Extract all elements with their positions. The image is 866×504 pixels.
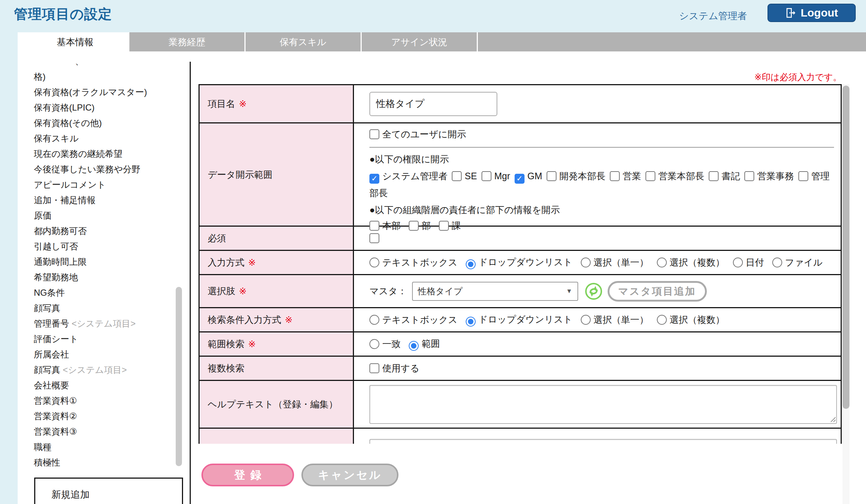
sidebar-item[interactable]: 保有資格(その他) — [34, 115, 176, 131]
sidebar-item-label: 保有資格(LPIC) — [34, 102, 94, 112]
add-master-item-button[interactable]: マスタ項目追加 — [608, 281, 707, 302]
sidebar-item[interactable]: アピールコメント — [34, 177, 176, 192]
radio-label: 一致 — [382, 339, 401, 349]
sidebar-item-label: 保有資格(オラクルマスター) — [34, 87, 147, 97]
checkbox-option: SE — [452, 171, 477, 181]
sidebar-item[interactable]: 顔写真 <システム項目> — [34, 362, 176, 378]
sidebar-item[interactable]: 希望勤務地 — [34, 270, 176, 285]
sidebar-item[interactable]: 、 — [34, 54, 176, 69]
sidebar-item-label: 営業資料② — [34, 411, 77, 421]
radio-option: 選択（複数） — [657, 314, 725, 326]
sidebar-item[interactable]: 評価シート — [34, 331, 176, 347]
sidebar-item-label: 希望勤務地 — [34, 272, 78, 282]
checkbox-label: 営業事務 — [757, 171, 794, 181]
radio-選択（複数）[interactable] — [657, 258, 667, 267]
row-choices: 選択肢 ※ マスタ： 性格タイプ ▼ マスタ項目追加 — [200, 275, 841, 308]
next-partial-textarea[interactable] — [369, 439, 837, 444]
sidebar-item[interactable]: 営業資料① — [34, 393, 176, 408]
sidebar-scrollbar-thumb[interactable] — [176, 287, 182, 466]
sidebar-item[interactable]: NG条件 — [34, 285, 176, 300]
radio-テキストボックス[interactable] — [369, 258, 379, 267]
required-checkbox[interactable] — [369, 233, 379, 243]
row-choices-label: 選択肢 ※ — [200, 275, 354, 307]
item-name-input[interactable] — [369, 92, 497, 116]
tab-業務経歴[interactable]: 業務経歴 — [129, 32, 244, 51]
help-text-textarea[interactable] — [369, 385, 837, 424]
radio-label: ドロップダウンリスト — [479, 314, 573, 324]
master-select[interactable]: 性格タイプ ▼ — [412, 282, 578, 301]
radio-ドロップダウンリスト[interactable] — [466, 317, 476, 327]
sidebar-item-label: 顔写真 — [34, 303, 60, 313]
checkbox-label: Mgr — [494, 171, 510, 181]
sidebar-item[interactable]: 今後従事したい業務や分野 — [34, 162, 176, 177]
radio-label: テキストボックス — [382, 314, 458, 325]
radio-選択（単一）[interactable] — [581, 258, 591, 267]
checkbox-営業本部長[interactable] — [645, 171, 655, 181]
sidebar-item[interactable]: 保有資格(LPIC) — [34, 100, 176, 115]
radio-選択（複数）[interactable] — [657, 315, 667, 325]
sidebar-item-label: NG条件 — [34, 288, 65, 298]
refresh-master-button[interactable] — [585, 282, 602, 300]
permissions-checkbox-group: ✓システム管理者SEMgr✓GM開発本部長営業営業本部長書記営業事務管理部長 — [369, 168, 837, 201]
sidebar-item[interactable]: 都内勤務可否 — [34, 223, 176, 239]
add-new-item-button[interactable]: 新規追加 — [34, 478, 183, 504]
radio-選択（単一）[interactable] — [581, 315, 591, 325]
checkbox-GM[interactable]: ✓ — [515, 174, 525, 184]
radio-label: 選択（複数） — [670, 257, 725, 267]
radio-範囲[interactable] — [409, 341, 419, 351]
checkbox-システム管理者[interactable]: ✓ — [369, 174, 379, 184]
checkbox-label: 営業 — [623, 171, 641, 181]
tab-保有スキル[interactable]: 保有スキル — [246, 32, 361, 51]
sidebar-item[interactable]: 営業資料② — [34, 408, 176, 424]
checkbox-label: GM — [527, 171, 542, 181]
cancel-button[interactable]: キャンセル — [301, 464, 398, 486]
radio-label: テキストボックス — [382, 257, 458, 267]
sidebar-item[interactable]: 営業資料③ — [34, 424, 176, 439]
radio-日付[interactable] — [733, 258, 743, 267]
radio-ドロップダウンリスト[interactable] — [466, 259, 476, 269]
form-scrollbar-thumb[interactable] — [842, 86, 849, 409]
all-users-label: 全てのユーザに開示 — [382, 129, 466, 139]
sidebar-item-label: 引越し可否 — [34, 241, 78, 251]
all-users-checkbox[interactable] — [369, 129, 379, 139]
checkbox-営業[interactable] — [610, 171, 620, 181]
tab-アサイン状況[interactable]: アサイン状況 — [362, 32, 477, 51]
page-title: 管理項目の設定 — [14, 5, 112, 24]
sidebar-item-label: 格) — [34, 72, 46, 82]
sidebar-item[interactable]: 原価 — [34, 208, 176, 223]
checkbox-option: ✓システム管理者 — [369, 171, 447, 181]
sidebar-item[interactable]: 現在の業務の継続希望 — [34, 146, 176, 162]
sidebar-item[interactable]: 会社概要 — [34, 378, 176, 393]
sidebar-item[interactable]: 格) — [34, 69, 176, 84]
submit-button[interactable]: 登録 — [201, 464, 294, 486]
tab-基本情報[interactable]: 基本情報 — [22, 32, 128, 51]
sidebar-item[interactable]: 引越し可否 — [34, 239, 176, 254]
checkbox-管理部長[interactable] — [798, 171, 808, 181]
radio-ファイル[interactable] — [772, 258, 782, 267]
sidebar-item-label: 現在の業務の継続希望 — [34, 149, 122, 159]
logout-button[interactable]: Logout — [767, 4, 856, 22]
sidebar-item[interactable]: 保有スキル — [34, 131, 176, 146]
checkbox-option: 営業事務 — [744, 171, 794, 181]
sidebar-item[interactable]: 保有資格(オラクルマスター) — [34, 84, 176, 100]
sidebar-item[interactable]: 積極性 — [34, 455, 176, 470]
sidebar-item[interactable]: 顔写真 — [34, 300, 176, 316]
checkbox-開発本部長[interactable] — [547, 171, 557, 181]
sidebar-item[interactable]: 職種 — [34, 439, 176, 455]
row-next-partial-label — [200, 429, 354, 444]
checkbox-書記[interactable] — [709, 171, 719, 181]
checkbox-option: 開発本部長 — [547, 171, 605, 181]
radio-一致[interactable] — [369, 339, 379, 349]
sidebar-item[interactable]: 追加・補足情報 — [34, 192, 176, 208]
checkbox-SE[interactable] — [452, 171, 462, 181]
sidebar-item[interactable]: 通勤時間上限 — [34, 254, 176, 270]
row-required-label: 必須 — [200, 227, 354, 250]
radio-テキストボックス[interactable] — [369, 315, 379, 325]
checkbox-営業事務[interactable] — [744, 171, 754, 181]
sidebar-item-label: 都内勤務可否 — [34, 226, 87, 236]
sidebar-item[interactable]: 管理番号 <システム項目> — [34, 316, 176, 331]
checkbox-Mgr[interactable] — [482, 171, 491, 181]
sidebar-item[interactable]: 所属会社 — [34, 347, 176, 362]
radio-option: 選択（単一） — [581, 256, 649, 269]
multi-search-checkbox[interactable] — [369, 363, 379, 373]
